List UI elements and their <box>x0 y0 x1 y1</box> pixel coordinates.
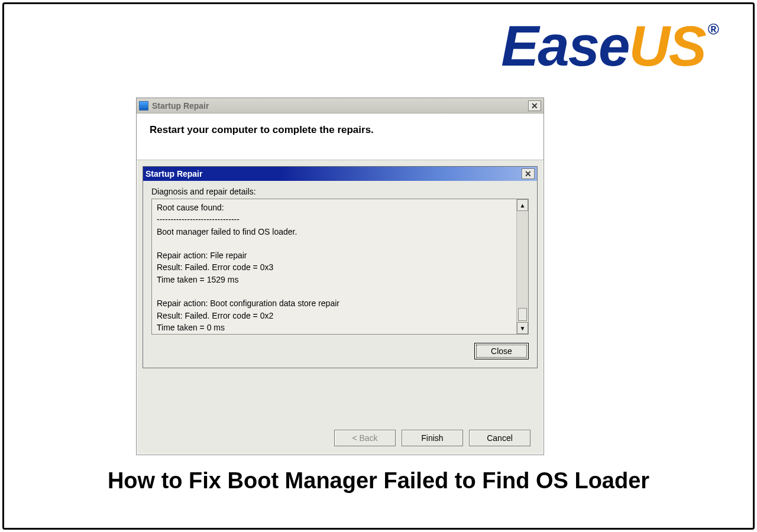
details-scrollbar[interactable]: ▲ ▼ <box>516 199 528 334</box>
outer-header-text: Restart your computer to complete the re… <box>137 113 544 160</box>
scroll-track[interactable] <box>517 211 528 322</box>
details-box: Root cause found: ----------------------… <box>151 199 529 335</box>
cancel-button-label: Cancel <box>487 433 513 443</box>
close-icon: ✕ <box>525 169 532 179</box>
back-button-label: < Back <box>352 433 377 443</box>
startup-repair-window: Startup Repair ✕ Restart your computer t… <box>136 98 544 455</box>
finish-button-label: Finish <box>421 433 443 443</box>
scroll-up-button[interactable]: ▲ <box>517 199 528 211</box>
window-icon <box>139 101 148 111</box>
outer-titlebar[interactable]: Startup Repair ✕ <box>137 98 544 113</box>
close-icon: ✕ <box>531 101 538 111</box>
close-button-label: Close <box>491 346 512 356</box>
brand-logo: EaseUS® <box>501 18 716 74</box>
details-text: Root cause found: ----------------------… <box>152 199 516 334</box>
back-button: < Back <box>334 430 396 446</box>
scroll-thumb[interactable] <box>518 308 527 321</box>
diagnosis-window: Startup Repair ✕ Diagnosis and repair de… <box>143 166 538 368</box>
finish-button[interactable]: Finish <box>402 430 463 446</box>
inner-close-x-button[interactable]: ✕ <box>522 168 535 179</box>
logo-registered-mark: ® <box>708 20 718 38</box>
scroll-down-button[interactable]: ▼ <box>517 322 528 334</box>
wizard-button-row: < Back Finish Cancel <box>328 430 530 446</box>
article-title: How to Fix Boot Manager Failed to Find O… <box>0 467 757 495</box>
details-label: Diagnosis and repair details: <box>151 187 529 196</box>
chevron-up-icon: ▲ <box>520 202 526 209</box>
logo-part-ease: Ease <box>501 14 629 77</box>
chevron-down-icon: ▼ <box>520 325 526 332</box>
close-button[interactable]: Close <box>474 343 529 359</box>
inner-titlebar[interactable]: Startup Repair ✕ <box>143 167 537 181</box>
inner-window-title: Startup Repair <box>145 169 202 179</box>
outer-close-button[interactable]: ✕ <box>528 100 541 111</box>
logo-part-us: US <box>629 14 705 77</box>
cancel-button[interactable]: Cancel <box>469 430 530 446</box>
outer-window-title: Startup Repair <box>152 101 209 111</box>
